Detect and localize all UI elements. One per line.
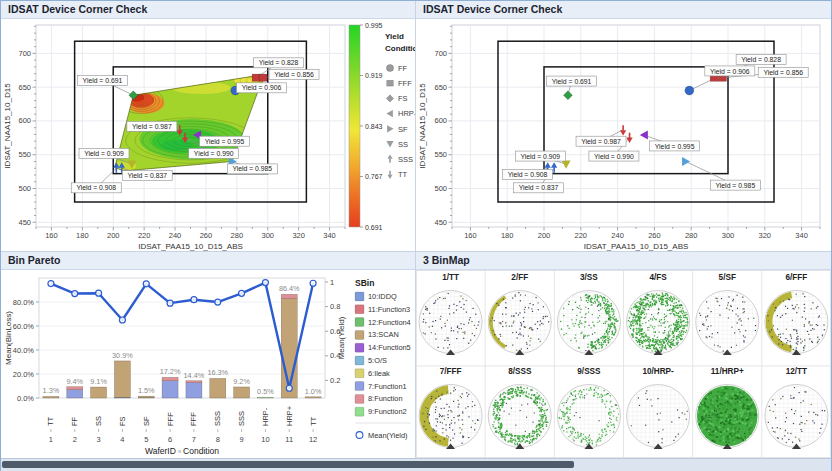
svg-text:600: 600 [18,116,31,125]
svg-text:320: 320 [759,231,772,240]
svg-text:240: 240 [611,231,624,240]
panel-grid: IDSAT Device Corner Check 16018020022024… [1,1,831,458]
svg-text:40.0%: 40.0% [13,346,35,355]
svg-text:200: 200 [538,231,551,240]
panel-corner-contour: IDSAT Device Corner Check 16018020022024… [1,1,415,251]
svg-text:SBin: SBin [355,278,374,288]
bin-pareto-chart[interactable]: 0.0%20.0%40.0%60.0%80.0%0.20.40.60.811.3… [1,270,415,458]
horizontal-scrollbar[interactable] [1,458,831,471]
svg-text:SS: SS [398,140,408,149]
svg-text:SSS: SSS [237,411,246,426]
svg-text:FS: FS [118,416,127,426]
svg-text:180: 180 [76,231,89,240]
svg-text:550: 550 [434,150,447,159]
svg-text:1/TT: 1/TT [442,273,459,282]
svg-text:30.9%: 30.9% [112,351,133,360]
svg-text:5: 5 [144,435,148,444]
svg-text:8/SSS: 8/SSS [508,367,532,376]
corner-contour-chart[interactable]: 1601802002202402602803003203404505005506… [1,19,415,251]
svg-text:6/FFF: 6/FFF [785,273,807,282]
svg-text:9.2%: 9.2% [233,377,250,386]
svg-text:Condition: Condition [385,44,415,53]
svg-text:Yield = 0.856: Yield = 0.856 [763,69,803,76]
svg-text:3/SS: 3/SS [580,273,598,282]
svg-text:11: 11 [285,435,293,444]
svg-text:4/FS: 4/FS [649,273,667,282]
svg-text:0.2: 0.2 [330,376,340,385]
svg-text:600: 600 [434,116,447,125]
svg-text:0.0%: 0.0% [17,394,34,403]
svg-text:IDSAT_NAA15_10_D15: IDSAT_NAA15_10_D15 [3,83,12,169]
svg-text:IDSAT_NAA15_10_D15: IDSAT_NAA15_10_D15 [418,83,427,169]
svg-text:0.691: 0.691 [365,224,383,231]
svg-text:HRP+: HRP+ [285,405,294,426]
svg-text:8:Function: 8:Function [368,394,403,403]
svg-text:Yield = 0.691: Yield = 0.691 [83,77,123,84]
svg-text:700: 700 [18,49,31,58]
svg-text:0.843: 0.843 [365,123,383,130]
horizontal-scrollbar-thumb[interactable] [2,461,574,468]
svg-text:IDSAT_PAA15_10_D15_ABS: IDSAT_PAA15_10_D15_ABS [138,242,243,251]
svg-text:12:Function4: 12:Function4 [368,318,411,327]
svg-text:160: 160 [464,231,477,240]
svg-text:0.5%: 0.5% [257,387,274,396]
svg-text:HRP-: HRP- [398,109,415,118]
svg-text:Yield = 0.990: Yield = 0.990 [594,153,634,160]
svg-text:280: 280 [685,231,698,240]
panel-header-binmap[interactable]: 3 BinMap [416,252,831,270]
svg-text:0.995: 0.995 [365,22,383,29]
svg-text:Yield = 0.995: Yield = 0.995 [655,143,695,150]
svg-text:1.0%: 1.0% [305,387,322,396]
svg-text:FS: FS [398,94,408,103]
svg-text:240: 240 [169,231,182,240]
panel-title: Bin Pareto [8,254,61,266]
svg-text:TT: TT [46,416,55,426]
panel-body: 1/TT2/FF3/SS4/FS5/SF6/FFF7/FFF8/SSS9/SSS… [416,270,831,458]
binmap-grid[interactable]: 1/TT2/FF3/SS4/FS5/SF6/FFF7/FFF8/SSS9/SSS… [416,270,831,458]
svg-text:6: 6 [168,435,172,444]
svg-text:20.0%: 20.0% [13,370,35,379]
svg-text:Mean(BinLoss): Mean(BinLoss) [4,311,13,365]
svg-text:7:Function1: 7:Function1 [368,382,407,391]
svg-text:60.0%: 60.0% [13,322,35,331]
panel-header-corner-contour[interactable]: IDSAT Device Corner Check [1,1,415,19]
svg-text:Yield = 0.908: Yield = 0.908 [508,171,548,178]
svg-text:7: 7 [192,435,196,444]
svg-text:SF: SF [142,416,151,426]
svg-text:IDSAT_PAA15_10_D15_ABS: IDSAT_PAA15_10_D15_ABS [584,242,689,251]
svg-text:7/FFF: 7/FFF [440,367,462,376]
yield-dashboard: IDSAT Device Corner Check 16018020022024… [0,0,832,471]
svg-text:340: 340 [323,231,336,240]
svg-text:SSS: SSS [213,411,222,426]
svg-text:Yield = 0.906: Yield = 0.906 [242,84,282,91]
svg-text:FFF: FFF [189,412,198,426]
svg-text:2/FF: 2/FF [511,273,528,282]
svg-text:3: 3 [96,435,100,444]
svg-text:FFF: FFF [166,412,175,426]
svg-text:9.1%: 9.1% [90,377,107,386]
svg-text:14:Function5: 14:Function5 [368,343,411,352]
svg-text:550: 550 [18,150,31,159]
svg-text:0.919: 0.919 [365,72,383,79]
svg-text:500: 500 [18,184,31,193]
svg-text:Yield = 0.856: Yield = 0.856 [274,71,314,78]
svg-text:10/HRP-: 10/HRP- [642,367,674,376]
svg-text:700: 700 [434,49,447,58]
svg-text:Yield = 0.828: Yield = 0.828 [259,59,299,66]
corner-scatter-chart[interactable]: 1601802002202402602803003203404505005506… [416,19,831,251]
panel-header-corner-scatter[interactable]: IDSAT Device Corner Check [416,1,831,19]
svg-text:Yield = 0.990: Yield = 0.990 [194,150,234,157]
panel-header-bin-pareto[interactable]: Bin Pareto [1,252,415,270]
svg-text:Yield = 0.906: Yield = 0.906 [710,68,750,75]
svg-text:SSS: SSS [398,155,413,164]
svg-text:650: 650 [18,83,31,92]
svg-text:Yield = 0.691: Yield = 0.691 [552,78,592,85]
svg-text:200: 200 [107,231,120,240]
svg-text:12/TT: 12/TT [786,367,807,376]
svg-text:300: 300 [722,231,735,240]
svg-text:11:Function3: 11:Function3 [368,305,410,314]
svg-text:500: 500 [434,184,447,193]
svg-text:Yield = 0.987: Yield = 0.987 [581,138,621,145]
svg-text:260: 260 [200,231,213,240]
svg-text:TT: TT [309,416,318,426]
